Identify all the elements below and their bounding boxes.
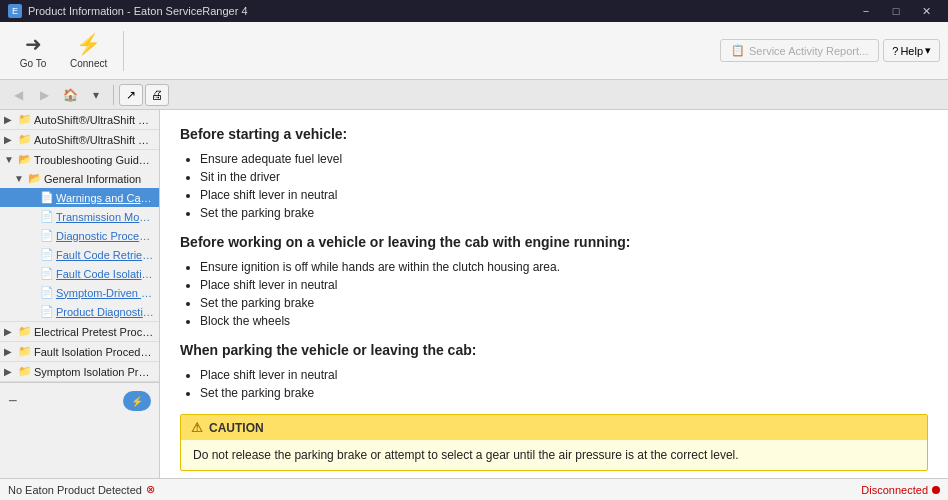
sidebar-item-electrical-pretest[interactable]: ▶ 📁 Electrical Pretest Procedure (0, 322, 159, 341)
goto-label: Go To (20, 58, 47, 69)
chevron-down-icon: ▼ (14, 173, 26, 184)
sidebar-item-warnings-cautions[interactable]: 📄 Warnings and Cautions (0, 188, 159, 207)
maximize-button[interactable]: □ (882, 2, 910, 20)
diagnostic-procedures-label: Diagnostic Procedures (56, 230, 155, 242)
document-icon: 📄 (40, 305, 54, 318)
status-right: Disconnected (861, 484, 940, 496)
sidebar-bottom-button[interactable]: ⚡ (123, 391, 151, 411)
service-activity-button[interactable]: 📋 Service Activity Report... (720, 39, 879, 62)
sidebar-item-symptom-driven[interactable]: 📄 Symptom-Driven Diagnostics Index (0, 283, 159, 302)
chevron-right-icon: ▶ (4, 366, 16, 377)
list-item: Set the parking brake (200, 206, 928, 220)
document-icon: 📄 (40, 248, 54, 261)
main-area: ▶ 📁 AutoShift®/UltraShift Gen2 ▶ 📁 AutoS… (0, 110, 948, 478)
sidebar-item-trts[interactable]: ▼ 📂 Troubleshooting Guide (TRTS (0, 150, 159, 169)
document-icon: 📄 (40, 267, 54, 280)
sidebar-item-fault-code-retrieval[interactable]: 📄 Fault Code Retrieval/Clearing (0, 245, 159, 264)
electrical-pretest-label: Electrical Pretest Procedure (34, 326, 155, 338)
tree-section-electrical: ▶ 📁 Electrical Pretest Procedure (0, 322, 159, 342)
autoshift-gen2-label: AutoShift®/UltraShift Gen2 (34, 114, 155, 126)
fault-code-isolation-label: Fault Code Isolation Procedure Index (56, 268, 155, 280)
list-item: Set the parking brake (200, 386, 928, 400)
folder-icon: 📁 (18, 365, 32, 378)
chevron-right-icon: ▶ (4, 114, 16, 125)
print-icon: 🖨 (151, 88, 163, 102)
sidebar-item-autoshift-gen2[interactable]: ▶ 📁 AutoShift®/UltraShift Gen2 (0, 110, 159, 129)
fault-isolation-label: Fault Isolation Procedure (34, 346, 155, 358)
connect-button[interactable]: ⚡ Connect (62, 28, 115, 73)
sidebar-item-fault-isolation[interactable]: ▶ 📁 Fault Isolation Procedure (0, 342, 159, 361)
warning-icon: ⚠ (191, 420, 203, 435)
print-button[interactable]: 🖨 (145, 84, 169, 106)
sidebar-item-fault-code-isolation[interactable]: 📄 Fault Code Isolation Procedure Index (0, 264, 159, 283)
section1-list: Ensure adequate fuel level Sit in the dr… (200, 152, 928, 220)
goto-button[interactable]: ➜ Go To (8, 28, 58, 73)
general-info-label: General Information (44, 173, 141, 185)
list-item: Block the wheels (200, 314, 928, 328)
status-right-text: Disconnected (861, 484, 928, 496)
caution-box: ⚠ CAUTION Do not release the parking bra… (180, 414, 928, 471)
title-bar-controls: − □ ✕ (852, 2, 940, 20)
section3-title: When parking the vehicle or leaving the … (180, 342, 928, 358)
symptom-driven-label: Symptom-Driven Diagnostics Index (56, 287, 155, 299)
folder-icon: 📁 (18, 133, 32, 146)
minimize-button[interactable]: − (852, 2, 880, 20)
collapse-icon: − (8, 392, 17, 410)
tree-section-gen3: ▶ 📁 AutoShift®/UltraShift Gen3 (0, 130, 159, 150)
help-button[interactable]: ? Help ▾ (883, 39, 940, 62)
external-link-button[interactable]: ↗ (119, 84, 143, 106)
dropdown-button[interactable]: ▾ (84, 84, 108, 106)
symptom-isolation-label: Symptom Isolation Procedure (34, 366, 155, 378)
toolbar: ➜ Go To ⚡ Connect 📋 Service Activity Rep… (0, 22, 948, 80)
autoshift-gen3-label: AutoShift®/UltraShift Gen3 (34, 134, 155, 146)
caution-header: ⚠ CAUTION (181, 415, 927, 440)
list-item: Place shift lever in neutral (200, 368, 928, 382)
sidebar-item-transmission-models[interactable]: 📄 Transmission Models (0, 207, 159, 226)
document-icon: 📄 (40, 229, 54, 242)
list-item: Ensure ignition is off while hands are w… (200, 260, 928, 274)
help-label: Help (900, 45, 923, 57)
sidebar-item-symptom-isolation[interactable]: ▶ 📁 Symptom Isolation Procedure (0, 362, 159, 381)
caution-body: Do not release the parking brake or atte… (181, 440, 927, 470)
tree-section-gen2: ▶ 📁 AutoShift®/UltraShift Gen2 (0, 110, 159, 130)
help-icon: ? (892, 45, 898, 57)
section2-title: Before working on a vehicle or leaving t… (180, 234, 928, 250)
chevron-right-icon: ▶ (4, 134, 16, 145)
sidebar-item-diagnostic-procedures[interactable]: 📄 Diagnostic Procedures (0, 226, 159, 245)
help-chevron-icon: ▾ (925, 44, 931, 57)
sidebar-item-general-info[interactable]: ▼ 📂 General Information (0, 169, 159, 188)
folder-icon: 📁 (18, 113, 32, 126)
content-area: Before starting a vehicle: Ensure adequa… (160, 110, 948, 478)
list-item: Place shift lever in neutral (200, 278, 928, 292)
chevron-down-icon: ▼ (4, 154, 16, 165)
chevron-right-icon: ▶ (4, 346, 16, 357)
sidebar-item-autoshift-gen3[interactable]: ▶ 📁 AutoShift®/UltraShift Gen3 (0, 130, 159, 149)
toolbar-separator (123, 31, 124, 71)
caution-title: CAUTION (209, 421, 264, 435)
close-button[interactable]: ✕ (912, 2, 940, 20)
document-icon: 📄 (40, 191, 54, 204)
forward-button[interactable]: ▶ (32, 84, 56, 106)
chevron-right-icon: ▶ (4, 326, 16, 337)
nav-bar: ◀ ▶ 🏠 ▾ ↗ 🖨 (0, 80, 948, 110)
tree-section-fault-isolation: ▶ 📁 Fault Isolation Procedure (0, 342, 159, 362)
sidebar-item-product-diagnostic[interactable]: 📄 Product Diagnostic (PD) Mode (0, 302, 159, 321)
product-diagnostic-label: Product Diagnostic (PD) Mode (56, 306, 155, 318)
home-button[interactable]: 🏠 (58, 84, 82, 106)
nav-separator (113, 85, 114, 105)
document-icon: 📄 (40, 210, 54, 223)
tree-section-symptom-isolation: ▶ 📁 Symptom Isolation Procedure (0, 362, 159, 382)
list-item: Place shift lever in neutral (200, 188, 928, 202)
list-item: Set the parking brake (200, 296, 928, 310)
title-bar: E Product Information - Eaton ServiceRan… (0, 0, 948, 22)
list-item: Sit in the driver (200, 170, 928, 184)
back-button[interactable]: ◀ (6, 84, 30, 106)
section1-title: Before starting a vehicle: (180, 126, 928, 142)
toolbar-right: 📋 Service Activity Report... ? Help ▾ (720, 39, 940, 62)
trts-label: Troubleshooting Guide (TRTS (34, 154, 155, 166)
folder-icon: 📁 (18, 345, 32, 358)
section3-list: Place shift lever in neutral Set the par… (200, 368, 928, 400)
tree-section-trts: ▼ 📂 Troubleshooting Guide (TRTS ▼ 📂 Gene… (0, 150, 159, 322)
goto-icon: ➜ (25, 32, 42, 56)
status-left: No Eaton Product Detected ⊗ (8, 483, 155, 496)
